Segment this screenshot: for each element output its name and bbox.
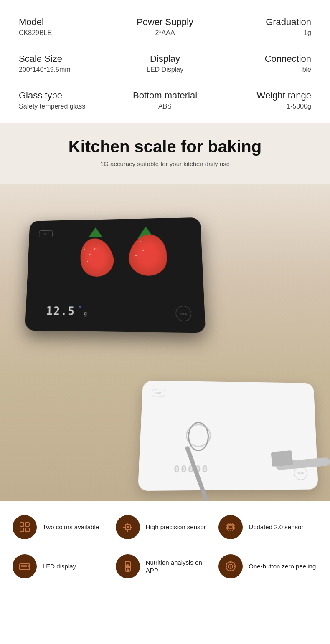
two-colors-label: Two colors available bbox=[43, 523, 99, 531]
spec-bottom-value: ABS bbox=[119, 103, 211, 110]
feature-two-colors: Two colors available bbox=[13, 512, 112, 543]
svg-rect-11 bbox=[126, 566, 127, 568]
hero-title: Kitchen scale for baking bbox=[8, 137, 322, 156]
spec-weight-label: Weight range bbox=[219, 90, 311, 101]
svg-rect-6 bbox=[228, 524, 234, 530]
svg-text:0: 0 bbox=[230, 565, 232, 569]
spec-graduation: Graduation 1g bbox=[217, 13, 313, 41]
updated-sensor-icon bbox=[218, 515, 243, 539]
precision-sensor-label: High precision sensor bbox=[146, 523, 206, 531]
spec-power-value: 2*AAA bbox=[119, 29, 211, 37]
strawberry2-body bbox=[126, 232, 170, 279]
svg-rect-7 bbox=[229, 525, 232, 529]
spec-display-value: LED Display bbox=[119, 66, 211, 73]
spec-bottom-label: Bottom material bbox=[119, 90, 211, 101]
feature-zero-peeling: 0 One-button zero peeling bbox=[218, 551, 317, 582]
feature-updated-sensor: Updated 2.0 sensor bbox=[218, 512, 317, 543]
spec-display: Display LED Display bbox=[117, 49, 213, 78]
specs-grid: Model CK829BLE Power Supply 2*AAA Gradua… bbox=[17, 13, 313, 114]
spec-glass-value: Safety tempered glass bbox=[19, 103, 111, 110]
spec-weight: Weight range 1-5000g bbox=[217, 86, 313, 114]
spec-graduation-value: 1g bbox=[219, 29, 311, 37]
spec-display-label: Display bbox=[119, 53, 211, 64]
precision-sensor-icon bbox=[116, 515, 140, 539]
nutrition-app-label: Nutrition analysis on APP bbox=[146, 558, 215, 575]
scale-black-display: 12.5 g bbox=[46, 304, 87, 318]
svg-rect-13 bbox=[129, 566, 129, 568]
feature-nutrition-app: Nutrition analysis on APP bbox=[116, 551, 215, 582]
feature-led-display: LED display bbox=[13, 551, 112, 582]
spec-model-label: Model bbox=[19, 17, 111, 28]
updated-sensor-label: Updated 2.0 sensor bbox=[249, 523, 303, 531]
scale-unit-button-black: UNIT bbox=[39, 230, 53, 237]
zero-icon: 0 bbox=[225, 561, 236, 572]
spatula-decoration bbox=[263, 447, 330, 480]
zero-peeling-label: One-button zero peeling bbox=[249, 562, 316, 571]
product-image-area: UNIT bbox=[0, 184, 330, 501]
spec-size-value: 200*140*19.5mm bbox=[19, 66, 111, 73]
svg-rect-2 bbox=[20, 528, 24, 532]
nutrition-app-icon bbox=[116, 554, 140, 578]
spec-size: Scale Size 200*140*19.5mm bbox=[17, 49, 113, 78]
svg-rect-1 bbox=[25, 523, 29, 526]
spec-model: Model CK829BLE bbox=[17, 13, 113, 41]
spec-size-label: Scale Size bbox=[19, 53, 111, 64]
spec-bottom: Bottom material ABS bbox=[117, 86, 213, 114]
features-section: Two colors available High precision sens… bbox=[0, 501, 330, 592]
phone-icon bbox=[122, 561, 134, 572]
scale-black: UNIT bbox=[25, 217, 206, 333]
hero-section: Kitchen scale for baking 1G accuracy sui… bbox=[0, 123, 330, 501]
spec-graduation-label: Graduation bbox=[219, 17, 311, 28]
strawberry-decoration bbox=[80, 227, 147, 284]
specs-section: Model CK829BLE Power Supply 2*AAA Gradua… bbox=[0, 0, 330, 123]
svg-rect-0 bbox=[20, 523, 24, 526]
svg-rect-3 bbox=[25, 528, 29, 532]
two-colors-icon bbox=[13, 515, 37, 539]
spec-model-value: CK829BLE bbox=[19, 29, 111, 37]
display-icon bbox=[19, 561, 30, 572]
grid-icon bbox=[19, 521, 30, 533]
scale-tare-button-black: TARE bbox=[175, 306, 192, 321]
feature-precision-sensor: High precision sensor bbox=[116, 512, 215, 543]
chip-icon bbox=[225, 521, 236, 533]
spec-connection-value: ble bbox=[219, 66, 311, 73]
spec-glass: Glass type Safety tempered glass bbox=[17, 86, 113, 114]
strawberry-leaf bbox=[89, 227, 103, 237]
scale-unit-button-white: UNIT bbox=[152, 390, 165, 397]
svg-point-10 bbox=[127, 569, 128, 571]
spec-power-label: Power Supply bbox=[119, 17, 211, 28]
svg-rect-12 bbox=[127, 565, 128, 568]
spec-glass-label: Glass type bbox=[19, 90, 111, 101]
spec-connection: Connection ble bbox=[217, 49, 313, 78]
whisk-decoration bbox=[184, 422, 217, 501]
spec-power: Power Supply 2*AAA bbox=[117, 13, 213, 41]
zero-peeling-icon: 0 bbox=[218, 554, 243, 578]
svg-point-5 bbox=[127, 526, 129, 528]
spec-connection-label: Connection bbox=[219, 53, 311, 64]
spec-weight-value: 1-5000g bbox=[219, 103, 311, 110]
led-display-label: LED display bbox=[43, 562, 76, 571]
sensor-icon bbox=[122, 521, 134, 533]
strawberry-body bbox=[76, 235, 117, 280]
hero-subtitle: 1G accuracy suitable for your kitchen da… bbox=[8, 160, 322, 167]
led-display-icon bbox=[13, 554, 37, 578]
features-grid: Two colors available High precision sens… bbox=[13, 512, 317, 582]
